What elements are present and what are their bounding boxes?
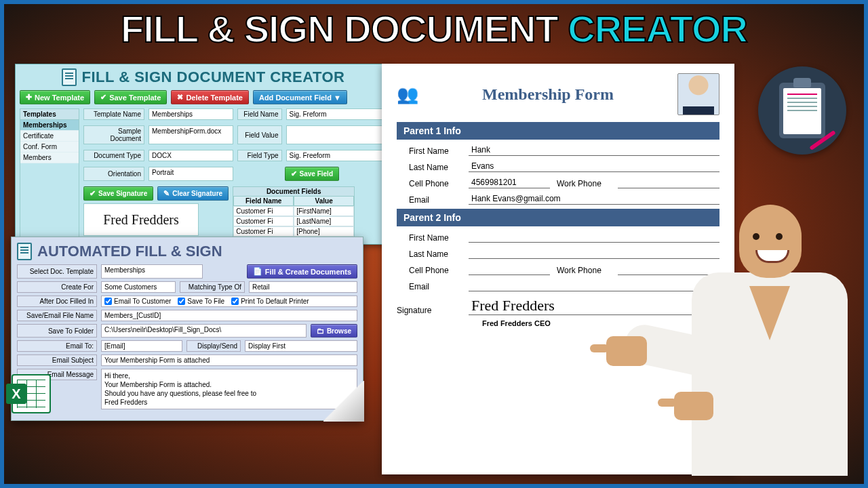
matching-type-label: Matching Type Of [180,281,245,293]
templates-list: Templates Memberships Certificate Conf. … [20,108,79,237]
save-to-file-checkbox[interactable]: Save To File [178,298,224,305]
email-label: Email [397,282,462,291]
print-default-checkbox[interactable]: Print To Default Printer [231,298,309,305]
create-for-input[interactable]: Some Customers [101,281,176,293]
headline-main: FILL & SIGN DOCUMENT [121,7,568,50]
save-signature-button[interactable]: ✔Save Signature [83,186,153,201]
plus-icon: ✚ [26,93,32,102]
clear-signature-button[interactable]: ✎Clear Signature [157,186,229,201]
after-filled-label: After Doc Filled In [17,296,97,307]
email-subject-label: Email Subject [17,354,97,366]
orientation-input[interactable]: Portrait [149,167,233,181]
file-name-input[interactable]: Members_[CustID] [101,310,357,321]
template-name-input[interactable]: Memberships [149,108,233,120]
field-value-label: Field Value [237,125,282,144]
new-template-button[interactable]: ✚New Template [20,90,90,104]
email-label: Email [397,195,462,205]
sample-doc-input[interactable]: MembershipForm.docx [149,125,233,144]
create-for-label: Create For [17,281,97,293]
creator-title: FILL & SIGN DOCUMENT CREATOR [20,67,387,90]
clipboard-badge [758,66,846,155]
doc-type-input[interactable]: DOCX [149,150,233,161]
save-folder-label: Save To Folder [17,324,97,338]
work-phone-label: Work Phone [557,179,611,188]
check-icon: ✔ [90,189,96,198]
table-row[interactable]: Customer Fi[Phone] [233,226,354,237]
save-template-button[interactable]: ✔Save Template [94,90,167,104]
display-send-label: Display/Send [186,340,241,352]
table-row[interactable]: Customer Fi[LastName] [233,216,354,226]
col-header: Value [294,197,354,206]
fill-create-button[interactable]: 📄Fill & Create Documents [247,264,357,279]
select-template-input[interactable]: Memberships [101,264,203,279]
member-photo [677,73,719,115]
automated-panel: AUTOMATED FILL & SIGN Select Doc. Templa… [11,237,363,421]
doc-type-label: Document Type [83,150,144,161]
field-name-input[interactable]: Sig. Freform [286,108,387,120]
add-document-field-button[interactable]: Add Document Field ▼ [253,90,347,104]
check-icon: ✔ [291,169,297,178]
signature-pad[interactable]: Fred Fredders [83,203,199,236]
email-subject-input[interactable]: Your Membership Form is attached [101,354,357,366]
display-send-input[interactable]: Display First [245,340,357,352]
orientation-label: Orientation [83,167,144,181]
auto-title: AUTOMATED FILL & SIGN [17,241,357,264]
save-field-button[interactable]: ✔Save Field [285,167,339,181]
document-icon [17,243,32,260]
signature-label: Signature [397,306,462,315]
template-name-label: Template Name [83,108,144,120]
x-icon: ✖ [177,93,183,102]
matching-type-input[interactable]: Retail [249,281,357,293]
first-name-label: First Name [397,233,462,243]
col-header: Field Name [233,197,294,206]
field-value-input[interactable] [286,125,387,144]
template-item[interactable]: Members [20,152,79,163]
creator-panel: FILL & SIGN DOCUMENT CREATOR ✚New Templa… [15,64,391,245]
field-type-input[interactable]: Sig. Freeform [286,150,387,161]
document-fields-table: Document Fields Field NameValue Customer… [233,186,355,237]
last-name-label: Last Name [397,249,462,259]
eraser-icon: ✎ [163,189,170,198]
folder-icon: 🗀 [317,327,324,335]
p2-cell-phone [469,264,550,275]
clipboard-icon [779,83,825,138]
auto-title-text: AUTOMATED FILL & SIGN [37,243,222,260]
template-item[interactable]: Conf. Form [20,142,79,152]
save-folder-input[interactable]: C:\Users\neilr\Desktop\Fill_Sign_Docs\ [101,324,307,338]
email-to-input[interactable]: [Email] [101,340,182,352]
select-template-label: Select Doc. Template [17,264,97,279]
email-to-label: Email To: [17,340,97,352]
stage: FILL & SIGN DOCUMENT CREATOR ✚New Templa… [15,64,853,479]
browse-button[interactable]: 🗀Browse [311,324,357,338]
table-row[interactable]: Customer Fi[FirstName] [233,206,354,216]
people-icon: 👥 [397,84,418,105]
sample-doc-label: Sample Document [83,125,144,144]
last-name-label: Last Name [397,163,462,172]
email-message-input[interactable]: Hi there, Your Membership Form is attach… [101,369,357,409]
section-parent1: Parent 1 Info [397,122,719,140]
cell-phone-label: Cell Phone [397,266,462,275]
work-phone-label: Work Phone [557,266,611,275]
p1-cell-phone: 4569981201 [469,178,550,188]
check-icon: ✔ [100,93,106,102]
creator-title-text: FILL & SIGN DOCUMENT CREATOR [82,68,345,86]
first-name-label: First Name [397,146,462,156]
p1-work-phone [618,178,719,188]
field-name-label: Field Name [237,108,282,120]
doc-fields-title: Document Fields [233,187,354,197]
toolbar: ✚New Template ✔Save Template ✖Delete Tem… [20,90,387,104]
template-item[interactable]: Memberships [20,120,79,131]
delete-template-button[interactable]: ✖Delete Template [171,90,249,104]
presenter-person [665,191,861,483]
template-item[interactable]: Certificate [20,131,79,142]
document-icon: 📄 [253,267,262,276]
cell-phone-label: Cell Phone [397,179,462,188]
p1-first-name: Hank [469,145,719,156]
field-type-label: Field Type [237,150,282,161]
p1-last-name: Evans [469,161,719,172]
email-to-customer-checkbox[interactable]: Email To Customer [104,298,171,305]
templates-header: Templates [20,109,79,120]
headline-accent: CREATOR [568,7,747,50]
thumbnail-headline: FILL & SIGN DOCUMENT CREATOR [4,4,864,51]
form-title: Membership Form [428,85,668,104]
